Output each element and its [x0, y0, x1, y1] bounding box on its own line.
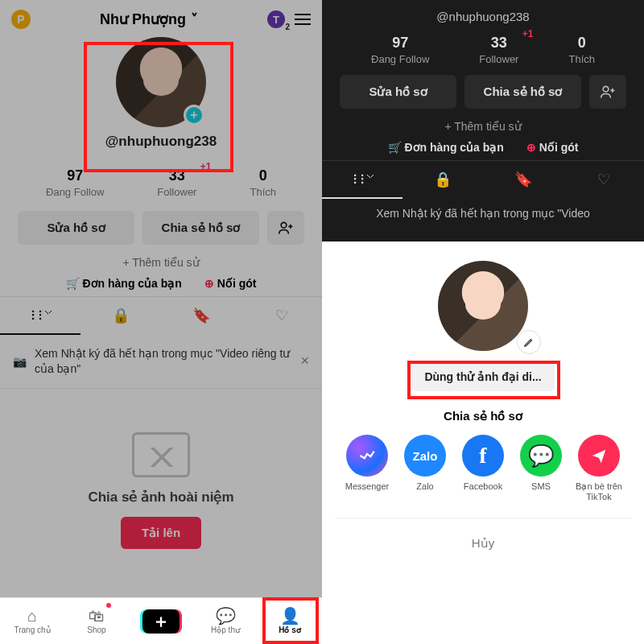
live-badge[interactable]: T 2	[267, 10, 285, 28]
edit-profile-button[interactable]: Sửa hồ sơ	[18, 211, 134, 245]
chevron-down-icon: ˅	[191, 10, 198, 28]
follow-camera-link[interactable]: ⊕ Nối gót	[204, 277, 257, 290]
tab-bookmarks: 🔖	[483, 161, 564, 199]
home-icon: ⌂	[27, 608, 37, 624]
inbox-icon: 💬	[216, 608, 236, 624]
share-options: Messenger Zalo Zalo f Facebook 💬 SMS Bạn…	[335, 435, 631, 502]
tab-grid[interactable]: ⫶⫶˅	[0, 297, 80, 335]
camera-icon: 📷	[13, 355, 27, 368]
nav-inbox[interactable]: 💬Hộp thư	[193, 598, 258, 644]
account-switcher[interactable]: Như Phượng ˅	[100, 10, 198, 28]
sms-icon: 💬	[520, 435, 562, 477]
edit-avatar-button[interactable]	[517, 330, 541, 354]
tab-liked[interactable]: ♡	[242, 297, 322, 335]
nav-create[interactable]: ＋	[129, 598, 193, 644]
content-tabs: ⫶⫶˅ 🔒 🔖 ♡	[0, 296, 322, 335]
sheet-avatar[interactable]	[438, 261, 528, 351]
profile-avatar[interactable]: +	[116, 37, 206, 127]
likes-stat: 0Thích	[568, 35, 595, 65]
shop-icon: 🛍	[89, 608, 105, 624]
share-profile-button[interactable]: Chia sẻ hồ sơ	[142, 211, 259, 245]
cart-icon: 🛒	[66, 277, 83, 290]
nav-home[interactable]: ⌂Trang chủ	[0, 598, 64, 644]
person-plus-icon	[278, 220, 294, 236]
tab-private: 🔒	[402, 161, 483, 199]
tab-liked: ♡	[564, 161, 644, 199]
add-friends-button	[589, 75, 626, 109]
menu-icon[interactable]	[295, 14, 311, 25]
nav-profile[interactable]: 👤Hồ sơ	[258, 598, 322, 644]
tab-bookmarks[interactable]: 🔖	[161, 297, 242, 335]
follow-camera-link: ⊕ Nối gót	[526, 141, 579, 154]
share-title: Chia sẻ hồ sơ	[335, 409, 631, 423]
send-icon	[578, 435, 620, 477]
nav-shop[interactable]: 🛍Shop	[64, 598, 129, 644]
share-sheet: Dùng thử ảnh đại di... Chia sẻ hồ sơ Mes…	[322, 242, 644, 644]
right-screen: @nhuphuong238 97Đang Follow +133Follower…	[322, 0, 644, 644]
following-stat[interactable]: 97 Đang Follow	[46, 167, 104, 198]
following-stat: 97Đang Follow	[371, 35, 429, 65]
notice-peek: Xem Nhật ký đã hết hạn trong mục "Video	[322, 199, 644, 220]
points-badge[interactable]: P	[11, 10, 31, 29]
share-messenger[interactable]: Messenger	[338, 435, 396, 502]
share-tiktok-friends[interactable]: Bạn bè trên TikTok	[570, 435, 628, 502]
pencil-icon	[523, 336, 535, 348]
facebook-icon: f	[462, 435, 504, 477]
share-profile-button: Chia sẻ hồ sơ	[464, 75, 581, 109]
person-icon: 👤	[280, 608, 300, 624]
add-friends-button[interactable]	[267, 211, 304, 245]
plus-icon: ＋	[142, 609, 180, 634]
share-sms[interactable]: 💬 SMS	[512, 435, 570, 502]
dismiss-notice-button[interactable]: ×	[300, 353, 309, 369]
empty-title: Chia sẻ ảnh hoài niệm	[16, 489, 306, 506]
svg-point-1	[603, 86, 609, 92]
dimmed-profile-background: @nhuphuong238 97Đang Follow +133Follower…	[322, 0, 644, 242]
zalo-icon: Zalo	[404, 435, 446, 477]
story-expired-notice[interactable]: 📷 Xem Nhật ký đã hết hạn trong mục "Vide…	[0, 335, 322, 389]
svg-point-0	[281, 222, 287, 228]
orders-link: 🛒 Đơn hàng của bạn	[388, 141, 504, 154]
edit-profile-button: Sửa hồ sơ	[340, 75, 456, 109]
likes-stat[interactable]: 0 Thích	[250, 167, 276, 198]
profile-display-name: Như Phượng	[100, 10, 186, 28]
username: @nhuphuong238	[0, 134, 322, 150]
messenger-icon	[346, 435, 388, 477]
try-avatar-button[interactable]: Dùng thử ảnh đại di...	[411, 362, 554, 391]
followers-stat: +133Follower	[479, 35, 518, 65]
followers-stat[interactable]: +1 33 Follower	[157, 167, 196, 198]
avatar-block: + @nhuphuong238	[0, 34, 322, 156]
add-bio-link[interactable]: + Thêm tiểu sử	[0, 253, 322, 275]
share-facebook[interactable]: f Facebook	[454, 435, 512, 502]
empty-state: Chia sẻ ảnh hoài niệm Tải lên	[0, 389, 322, 565]
add-story-icon[interactable]: +	[184, 105, 204, 126]
stats-row: 97 Đang Follow +1 33 Follower 0 Thích	[0, 156, 322, 206]
orders-link[interactable]: 🛒 Đơn hàng của bạn	[66, 277, 182, 290]
upload-button[interactable]: Tải lên	[121, 517, 201, 549]
camera-plus-icon: ⊕	[204, 277, 217, 290]
profile-header: P Như Phượng ˅ T 2	[0, 0, 322, 34]
bottom-nav: ⌂Trang chủ 🛍Shop ＋ 💬Hộp thư 👤Hồ sơ	[0, 597, 322, 644]
photos-placeholder-icon	[132, 432, 190, 477]
share-zalo[interactable]: Zalo Zalo	[396, 435, 454, 502]
tab-grid: ⫶⫶˅	[322, 161, 402, 199]
tab-private[interactable]: 🔒	[80, 297, 161, 335]
username: @nhuphuong238	[322, 0, 644, 27]
add-bio-link: + Thêm tiểu sử	[322, 117, 644, 139]
cancel-button[interactable]: Hủy	[335, 518, 631, 564]
left-screen: P Như Phượng ˅ T 2 + @nhuphuong238	[0, 0, 322, 644]
